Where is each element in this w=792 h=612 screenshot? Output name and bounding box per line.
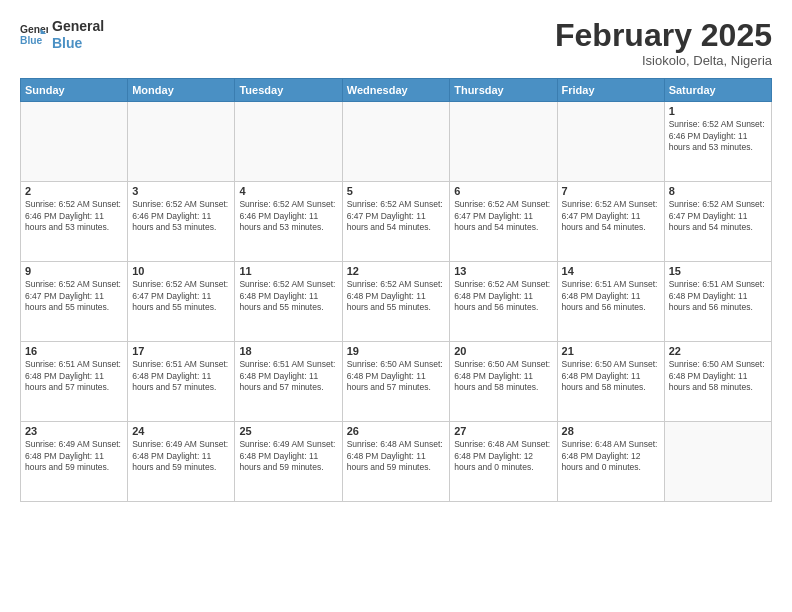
calendar-cell <box>342 102 449 182</box>
weekday-header: Wednesday <box>342 79 449 102</box>
day-number: 7 <box>562 185 660 197</box>
day-number: 25 <box>239 425 337 437</box>
day-info: Sunrise: 6:49 AM Sunset: 6:48 PM Dayligh… <box>239 439 337 473</box>
day-info: Sunrise: 6:52 AM Sunset: 6:47 PM Dayligh… <box>562 199 660 233</box>
day-number: 9 <box>25 265 123 277</box>
day-info: Sunrise: 6:51 AM Sunset: 6:48 PM Dayligh… <box>25 359 123 393</box>
day-number: 28 <box>562 425 660 437</box>
weekday-header: Monday <box>128 79 235 102</box>
location: Isiokolo, Delta, Nigeria <box>555 53 772 68</box>
calendar-cell: 23Sunrise: 6:49 AM Sunset: 6:48 PM Dayli… <box>21 422 128 502</box>
day-info: Sunrise: 6:52 AM Sunset: 6:47 PM Dayligh… <box>669 199 767 233</box>
day-info: Sunrise: 6:50 AM Sunset: 6:48 PM Dayligh… <box>347 359 445 393</box>
calendar-cell: 6Sunrise: 6:52 AM Sunset: 6:47 PM Daylig… <box>450 182 557 262</box>
calendar-cell: 1Sunrise: 6:52 AM Sunset: 6:46 PM Daylig… <box>664 102 771 182</box>
calendar-cell: 26Sunrise: 6:48 AM Sunset: 6:48 PM Dayli… <box>342 422 449 502</box>
calendar-cell <box>664 422 771 502</box>
day-number: 23 <box>25 425 123 437</box>
day-number: 17 <box>132 345 230 357</box>
day-info: Sunrise: 6:50 AM Sunset: 6:48 PM Dayligh… <box>669 359 767 393</box>
day-number: 6 <box>454 185 552 197</box>
day-info: Sunrise: 6:49 AM Sunset: 6:48 PM Dayligh… <box>25 439 123 473</box>
calendar-cell: 17Sunrise: 6:51 AM Sunset: 6:48 PM Dayli… <box>128 342 235 422</box>
calendar-cell: 5Sunrise: 6:52 AM Sunset: 6:47 PM Daylig… <box>342 182 449 262</box>
svg-text:Blue: Blue <box>20 35 43 46</box>
calendar-cell: 28Sunrise: 6:48 AM Sunset: 6:48 PM Dayli… <box>557 422 664 502</box>
calendar-cell: 11Sunrise: 6:52 AM Sunset: 6:48 PM Dayli… <box>235 262 342 342</box>
calendar-cell: 8Sunrise: 6:52 AM Sunset: 6:47 PM Daylig… <box>664 182 771 262</box>
day-number: 15 <box>669 265 767 277</box>
day-number: 8 <box>669 185 767 197</box>
page: General Blue General Blue February 2025 … <box>0 0 792 612</box>
weekday-header: Sunday <box>21 79 128 102</box>
day-number: 16 <box>25 345 123 357</box>
day-info: Sunrise: 6:50 AM Sunset: 6:48 PM Dayligh… <box>454 359 552 393</box>
calendar-cell: 18Sunrise: 6:51 AM Sunset: 6:48 PM Dayli… <box>235 342 342 422</box>
day-number: 11 <box>239 265 337 277</box>
day-number: 27 <box>454 425 552 437</box>
calendar-cell: 4Sunrise: 6:52 AM Sunset: 6:46 PM Daylig… <box>235 182 342 262</box>
calendar-cell: 21Sunrise: 6:50 AM Sunset: 6:48 PM Dayli… <box>557 342 664 422</box>
calendar-header-row: SundayMondayTuesdayWednesdayThursdayFrid… <box>21 79 772 102</box>
day-info: Sunrise: 6:52 AM Sunset: 6:47 PM Dayligh… <box>132 279 230 313</box>
day-info: Sunrise: 6:51 AM Sunset: 6:48 PM Dayligh… <box>562 279 660 313</box>
day-info: Sunrise: 6:52 AM Sunset: 6:47 PM Dayligh… <box>454 199 552 233</box>
calendar-cell <box>21 102 128 182</box>
day-info: Sunrise: 6:48 AM Sunset: 6:48 PM Dayligh… <box>347 439 445 473</box>
calendar-cell <box>450 102 557 182</box>
day-number: 22 <box>669 345 767 357</box>
calendar-cell: 14Sunrise: 6:51 AM Sunset: 6:48 PM Dayli… <box>557 262 664 342</box>
logo-icon: General Blue <box>20 21 48 49</box>
day-number: 26 <box>347 425 445 437</box>
calendar-week-row: 16Sunrise: 6:51 AM Sunset: 6:48 PM Dayli… <box>21 342 772 422</box>
day-info: Sunrise: 6:52 AM Sunset: 6:48 PM Dayligh… <box>239 279 337 313</box>
calendar-cell: 19Sunrise: 6:50 AM Sunset: 6:48 PM Dayli… <box>342 342 449 422</box>
calendar-cell: 3Sunrise: 6:52 AM Sunset: 6:46 PM Daylig… <box>128 182 235 262</box>
day-number: 20 <box>454 345 552 357</box>
day-info: Sunrise: 6:52 AM Sunset: 6:46 PM Dayligh… <box>25 199 123 233</box>
day-info: Sunrise: 6:51 AM Sunset: 6:48 PM Dayligh… <box>132 359 230 393</box>
day-info: Sunrise: 6:49 AM Sunset: 6:48 PM Dayligh… <box>132 439 230 473</box>
calendar-cell: 24Sunrise: 6:49 AM Sunset: 6:48 PM Dayli… <box>128 422 235 502</box>
logo-general: General <box>52 18 104 34</box>
day-number: 5 <box>347 185 445 197</box>
day-number: 14 <box>562 265 660 277</box>
day-number: 4 <box>239 185 337 197</box>
calendar-cell: 9Sunrise: 6:52 AM Sunset: 6:47 PM Daylig… <box>21 262 128 342</box>
day-info: Sunrise: 6:52 AM Sunset: 6:46 PM Dayligh… <box>132 199 230 233</box>
header: General Blue General Blue February 2025 … <box>20 18 772 68</box>
calendar-cell: 12Sunrise: 6:52 AM Sunset: 6:48 PM Dayli… <box>342 262 449 342</box>
calendar-cell: 10Sunrise: 6:52 AM Sunset: 6:47 PM Dayli… <box>128 262 235 342</box>
day-info: Sunrise: 6:50 AM Sunset: 6:48 PM Dayligh… <box>562 359 660 393</box>
calendar-cell <box>128 102 235 182</box>
day-number: 10 <box>132 265 230 277</box>
day-info: Sunrise: 6:52 AM Sunset: 6:46 PM Dayligh… <box>239 199 337 233</box>
calendar-week-row: 23Sunrise: 6:49 AM Sunset: 6:48 PM Dayli… <box>21 422 772 502</box>
day-info: Sunrise: 6:52 AM Sunset: 6:47 PM Dayligh… <box>25 279 123 313</box>
calendar-cell: 7Sunrise: 6:52 AM Sunset: 6:47 PM Daylig… <box>557 182 664 262</box>
logo: General Blue General Blue <box>20 18 104 52</box>
weekday-header: Tuesday <box>235 79 342 102</box>
day-number: 13 <box>454 265 552 277</box>
day-number: 1 <box>669 105 767 117</box>
day-number: 3 <box>132 185 230 197</box>
calendar-cell: 2Sunrise: 6:52 AM Sunset: 6:46 PM Daylig… <box>21 182 128 262</box>
calendar-cell: 16Sunrise: 6:51 AM Sunset: 6:48 PM Dayli… <box>21 342 128 422</box>
day-info: Sunrise: 6:52 AM Sunset: 6:48 PM Dayligh… <box>454 279 552 313</box>
calendar-week-row: 1Sunrise: 6:52 AM Sunset: 6:46 PM Daylig… <box>21 102 772 182</box>
weekday-header: Thursday <box>450 79 557 102</box>
calendar-cell: 15Sunrise: 6:51 AM Sunset: 6:48 PM Dayli… <box>664 262 771 342</box>
day-number: 2 <box>25 185 123 197</box>
day-info: Sunrise: 6:48 AM Sunset: 6:48 PM Dayligh… <box>562 439 660 473</box>
calendar-cell: 22Sunrise: 6:50 AM Sunset: 6:48 PM Dayli… <box>664 342 771 422</box>
calendar-cell: 25Sunrise: 6:49 AM Sunset: 6:48 PM Dayli… <box>235 422 342 502</box>
calendar-week-row: 2Sunrise: 6:52 AM Sunset: 6:46 PM Daylig… <box>21 182 772 262</box>
day-number: 24 <box>132 425 230 437</box>
day-info: Sunrise: 6:52 AM Sunset: 6:46 PM Dayligh… <box>669 119 767 153</box>
day-number: 21 <box>562 345 660 357</box>
day-info: Sunrise: 6:52 AM Sunset: 6:47 PM Dayligh… <box>347 199 445 233</box>
day-info: Sunrise: 6:48 AM Sunset: 6:48 PM Dayligh… <box>454 439 552 473</box>
day-info: Sunrise: 6:52 AM Sunset: 6:48 PM Dayligh… <box>347 279 445 313</box>
calendar-cell <box>235 102 342 182</box>
logo-blue: Blue <box>52 35 82 51</box>
